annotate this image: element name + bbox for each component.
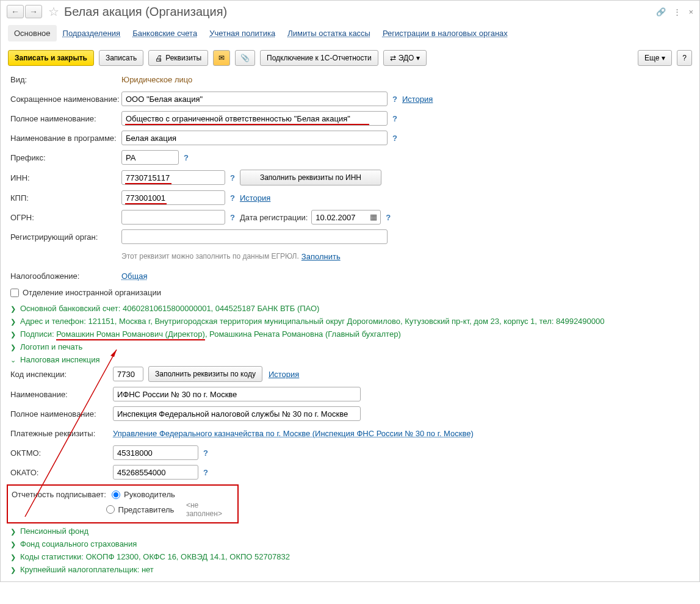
section-tax-inspection[interactable]: Налоговая инспекция xyxy=(20,355,100,364)
vid-value: Юридическое лицо xyxy=(121,75,192,84)
edo-icon: ⇄ xyxy=(390,54,396,62)
code-input[interactable] xyxy=(113,367,143,381)
section-stats[interactable]: Коды статистики: ОКОПФ 12300, ОКФС 16, О… xyxy=(20,552,290,561)
help-icon[interactable]: ? xyxy=(386,213,391,222)
chevron-right-icon[interactable]: ❯ xyxy=(10,305,18,313)
help-icon[interactable]: ? xyxy=(392,114,397,123)
close-icon[interactable]: × xyxy=(688,7,693,16)
foreign-org-checkbox[interactable] xyxy=(10,289,19,297)
tab-accounting-policy[interactable]: Учетная политика xyxy=(203,25,281,41)
attach-button[interactable]: 📎 xyxy=(235,50,255,66)
signs-label: Отчетность подписывает: xyxy=(12,490,108,499)
payment-link[interactable]: Управление Федерального казначейства по … xyxy=(113,429,474,438)
help-icon[interactable]: ? xyxy=(184,153,189,162)
signs-radio-representative[interactable] xyxy=(106,505,114,514)
insp-full-name-input[interactable] xyxy=(113,406,361,421)
help-icon[interactable]: ? xyxy=(392,95,397,104)
reg-org-input[interactable] xyxy=(121,229,388,244)
inn-label: ИНН: xyxy=(10,173,121,182)
section-address[interactable]: Адрес и телефон: 121151, Москва г, Внутр… xyxy=(20,317,605,326)
section-pension[interactable]: Пенсионный фонд xyxy=(20,527,88,536)
chevron-down-icon[interactable]: ⌄ xyxy=(10,356,18,364)
insp-full-name-label: Полное наименование: xyxy=(10,409,113,419)
help-icon[interactable]: ? xyxy=(230,213,235,222)
calendar-icon[interactable]: ▦ xyxy=(370,212,377,221)
back-button[interactable]: ← xyxy=(7,5,24,18)
signs-radio-director[interactable] xyxy=(112,491,120,499)
okato-label: ОКАТО: xyxy=(10,468,113,477)
paperclip-icon: 📎 xyxy=(240,54,250,62)
chevron-right-icon[interactable]: ❯ xyxy=(10,331,18,339)
chevron-right-icon[interactable]: ❯ xyxy=(10,541,18,548)
code-label: Код инспекции: xyxy=(10,370,113,379)
fill-link[interactable]: Заполнить xyxy=(301,252,341,261)
red-underline xyxy=(125,203,167,204)
section-largest[interactable]: Крупнейший налогоплательщик: нет xyxy=(20,565,154,574)
fill-by-inn-button[interactable]: Заполнить реквизиты по ИНН xyxy=(240,170,381,185)
prefix-input[interactable] xyxy=(121,150,179,165)
help-button[interactable]: ? xyxy=(677,50,692,66)
short-name-input[interactable] xyxy=(121,92,388,106)
help-icon[interactable]: ? xyxy=(392,134,397,143)
ogrn-input[interactable] xyxy=(121,210,225,225)
insp-name-input[interactable] xyxy=(113,387,361,401)
printer-icon: 🖨 xyxy=(155,54,163,63)
chevron-right-icon[interactable]: ❯ xyxy=(10,318,18,326)
foreign-org-label: Отделение иностранной организации xyxy=(23,288,161,297)
section-signatures[interactable]: Подписи: Ромашкин Роман Романович (Дирек… xyxy=(20,329,401,340)
help-icon[interactable]: ? xyxy=(203,448,208,458)
link-icon[interactable]: 🔗 xyxy=(656,7,666,16)
section-bank[interactable]: Основной банковский счет: 40602810615800… xyxy=(20,304,319,313)
chevron-right-icon[interactable]: ❯ xyxy=(10,528,18,536)
section-fss[interactable]: Фонд социального страхования xyxy=(20,539,137,548)
more-label: Еще xyxy=(644,54,659,62)
tax-value-link[interactable]: Общая xyxy=(121,271,148,281)
help-icon[interactable]: ? xyxy=(203,468,208,477)
full-name-label: Полное наименование: xyxy=(10,114,121,123)
tab-cash-limits[interactable]: Лимиты остатка кассы xyxy=(281,25,377,41)
oktmo-input[interactable] xyxy=(113,445,198,460)
help-icon[interactable]: ? xyxy=(230,193,235,203)
save-close-button[interactable]: Записать и закрыть xyxy=(8,50,94,66)
tab-bank-accounts[interactable]: Банковские счета xyxy=(126,25,203,41)
chevron-right-icon[interactable]: ❯ xyxy=(10,566,18,574)
tab-tax-registrations[interactable]: Регистрации в налоговых органах xyxy=(377,25,514,41)
okato-input[interactable] xyxy=(113,465,198,480)
section-logo[interactable]: Логотип и печать xyxy=(20,342,82,351)
edo-label: ЭДО xyxy=(399,54,414,62)
not-filled-hint: <не заполнен> xyxy=(186,501,234,518)
chevron-right-icon[interactable]: ❯ xyxy=(10,343,18,351)
reg-date-label: Дата регистрации: xyxy=(240,213,308,222)
kebab-menu-icon[interactable]: ⋮ xyxy=(673,7,681,16)
fill-by-code-button[interactable]: Заполнить реквизиты по коду xyxy=(148,366,262,382)
save-button[interactable]: Записать xyxy=(99,50,143,66)
more-button[interactable]: Еще ▾ xyxy=(638,50,672,66)
reg-org-label: Регистрирующий орган: xyxy=(10,232,121,242)
signs-opt1: Руководитель xyxy=(124,490,175,499)
short-name-label: Сокращенное наименование: xyxy=(10,95,121,104)
details-button[interactable]: 🖨Реквизиты xyxy=(148,50,208,66)
edo-button[interactable]: ⇄ ЭДО ▾ xyxy=(383,50,427,66)
mail-button[interactable]: ✉ xyxy=(213,50,230,66)
red-underline xyxy=(125,124,369,125)
favorite-star-icon[interactable]: ☆ xyxy=(48,4,59,19)
ogrn-label: ОГРН: xyxy=(10,213,121,222)
payment-label: Платежные реквизиты: xyxy=(10,429,113,438)
history-link[interactable]: История xyxy=(240,193,270,203)
prefix-label: Префикс: xyxy=(10,153,121,162)
signs-highlight-box: Отчетность подписывает: Руководитель Пре… xyxy=(7,484,239,523)
tab-main[interactable]: Основное xyxy=(8,25,57,41)
prog-name-label: Наименование в программе: xyxy=(10,134,121,143)
connect-1c-button[interactable]: Подключение к 1С-Отчетности xyxy=(260,50,378,66)
mail-icon: ✉ xyxy=(218,54,225,62)
kpp-label: КПП: xyxy=(10,193,121,203)
tab-divisions[interactable]: Подразделения xyxy=(57,25,127,41)
red-underline xyxy=(125,183,171,184)
prog-name-input[interactable] xyxy=(121,131,388,145)
history-link[interactable]: История xyxy=(402,95,433,104)
details-label: Реквизиты xyxy=(165,54,201,62)
forward-button[interactable]: → xyxy=(25,5,42,18)
chevron-right-icon[interactable]: ❯ xyxy=(10,553,18,561)
history-link[interactable]: История xyxy=(269,370,299,379)
help-icon[interactable]: ? xyxy=(230,173,235,182)
